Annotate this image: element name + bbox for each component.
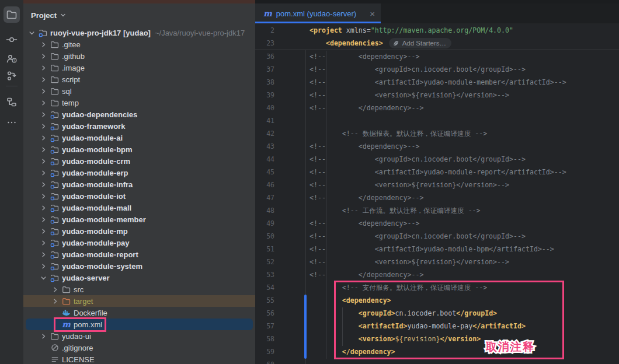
stripe-structure-button[interactable] [4,94,20,110]
chevron-right-icon[interactable] [39,97,48,108]
tree-item-yudao-module-erp[interactable]: yudao-module-erp [23,167,255,178]
tree-item-yudao-module-mall[interactable]: yudao-module-mall [23,202,255,214]
tree-item-license[interactable]: LICENSE [23,354,255,364]
chevron-right-icon[interactable] [39,155,48,167]
chevron-right-icon[interactable] [39,225,48,237]
code-line-23: 23 <dependencies>Add Starters… [255,37,619,50]
project-tree: ruoyi-vue-pro-jdk17 [yudao]~/Java/ruoyi-… [23,27,255,364]
chevron-right-icon[interactable] [39,260,48,272]
tree-item-pom.xml[interactable]: mpom.xml [23,318,255,330]
tree-item-.gitee[interactable]: .gitee [23,38,255,50]
tree-item-yudao-module-bpm[interactable]: yudao-module-bpm [23,144,255,155]
tree-item-ruoyi-vue-pro-jdk17-yudao-[interactable]: ruoyi-vue-pro-jdk17 [yudao]~/Java/ruoyi-… [23,27,255,38]
tree-item-label: .gitignore [62,344,93,352]
tree-item-target[interactable]: target [23,295,255,307]
text-file-icon [51,355,59,363]
chevron-right-icon[interactable] [39,237,48,249]
tree-item-yudao-module-report[interactable]: yudao-module-report [23,249,255,260]
tree-item-src[interactable]: src [23,284,255,295]
tree-item-label: Dockerfile [74,309,107,317]
structure-icon [6,96,18,108]
tree-item-yudao-ui[interactable]: yudao-ui [23,330,255,342]
line-number: 44 [255,153,274,166]
tree-item-yudao-module-iot[interactable]: yudao-module-iot [23,190,255,202]
chevron-right-icon[interactable] [39,214,48,225]
line-number: 55 [255,294,274,307]
tree-item-.gitignore[interactable]: .gitignore [23,342,255,354]
tree-item-label: yudao-framework [62,122,125,131]
chevron-right-icon[interactable] [50,295,60,307]
tree-item-label: yudao-module-bpm [62,145,133,154]
line-number: 51 [255,243,274,256]
tree-item-yudao-module-mp[interactable]: yudao-module-mp [23,225,255,237]
tree-item-yudao-framework[interactable]: yudao-framework [23,120,255,132]
chevron-right-icon[interactable] [39,38,48,50]
tree-item-yudao-module-member[interactable]: yudao-module-member [23,214,255,225]
line-number: 47 [255,191,274,204]
stripe-more-button[interactable] [4,114,20,131]
folder-icon [50,40,59,49]
editor-body[interactable]: 36<!-- <dependency>-->37<!-- <groupId>cn… [255,23,619,364]
stripe-pull-requests-button[interactable]: ? [4,51,20,67]
tree-item-yudao-module-infra[interactable]: yudao-module-infra [23,178,255,190]
tree-item-yudao-server[interactable]: yudao-server [23,272,255,284]
chevron-right-icon[interactable] [39,249,48,260]
tree-item-script[interactable]: script [23,74,255,85]
code-text: <project xmlns="http://maven.apache.org/… [310,24,513,37]
tree-item-.image[interactable]: .image [23,62,255,74]
folder-icon [50,64,59,72]
chevron-right-icon[interactable] [39,74,48,85]
chevron-right-icon[interactable] [39,330,48,342]
code-text: <!-- <artifactId>yudao-module-report</ar… [310,166,566,178]
stripe-vcs-graph-button[interactable] [4,68,20,84]
chevron-right-icon[interactable] [39,120,48,132]
code-text: <!-- <artifactId>yudao-module-member</ar… [310,76,566,89]
tree-item-label: LICENSE [62,355,95,364]
project-view-selector[interactable]: Project [31,8,66,22]
line-number: 38 [255,76,274,89]
tree-item-.github[interactable]: .github [23,50,255,62]
tree-item-temp[interactable]: temp [23,97,255,108]
tree-item-yudao-module-pay[interactable]: yudao-module-pay [23,237,255,249]
stripe-project-button[interactable] [4,6,20,23]
code-text: <artifactId>yudao-module-pay</artifactId… [310,320,526,332]
close-icon[interactable]: × [370,9,375,18]
tree-item-sql[interactable]: sql [23,85,255,97]
editor-area[interactable]: m pom.xml (yudao-server) × 36<!-- <depen… [255,4,619,364]
code-line-57: 57 <artifactId>yudao-module-pay</artifac… [255,320,619,332]
code-text: <!-- 支付服务。默认注释，保证编译速度 --> [310,281,487,294]
tree-item-content: yudao-module-mall [23,202,131,214]
chevron-down-icon[interactable] [39,272,48,284]
chevron-right-icon[interactable] [39,178,48,190]
code-text: <dependencies>Add Starters… [310,37,451,50]
tree-item-yudao-module-system[interactable]: yudao-module-system [23,260,255,272]
tree-item-yudao-module-ai[interactable]: yudao-module-ai [23,132,255,144]
tree-item-label: script [62,75,80,84]
chevron-right-icon[interactable] [39,167,48,178]
chevron-down-icon [60,11,66,20]
chevron-right-icon[interactable] [39,85,48,97]
chevron-right-icon[interactable] [39,190,48,202]
code-text: <version>${revision}</version> [310,332,481,345]
chevron-right-icon[interactable] [39,202,48,214]
tree-item-yudao-module-crm[interactable]: yudao-module-crm [23,155,255,167]
sticky-lines-panel: 2<project xmlns="http://maven.apache.org… [255,23,619,50]
add-starters-inlay[interactable]: Add Starters… [389,38,451,48]
tree-item-dockerfile[interactable]: Dockerfile [23,307,255,318]
code-line-54: 54 <!-- 支付服务。默认注释，保证编译速度 --> [255,281,619,294]
chevron-right-icon[interactable] [39,132,48,144]
module-icon [50,180,59,189]
chevron-right-icon[interactable] [39,144,48,155]
chevron-right-icon[interactable] [50,284,60,295]
tool-window-stripe: ? [0,4,23,364]
tree-item-label: yudao-module-report [62,250,138,259]
stripe-commit-button[interactable] [4,32,20,48]
chevron-right-icon[interactable] [39,62,48,74]
tab-pom-xml[interactable]: m pom.xml (yudao-server) × [255,4,381,23]
module-icon [50,134,59,142]
chevron-right-icon[interactable] [39,108,48,120]
stripe-divider [6,86,18,86]
chevron-right-icon[interactable] [39,50,48,62]
chevron-down-icon[interactable] [27,27,37,38]
tree-item-yudao-dependencies[interactable]: yudao-dependencies [23,108,255,120]
